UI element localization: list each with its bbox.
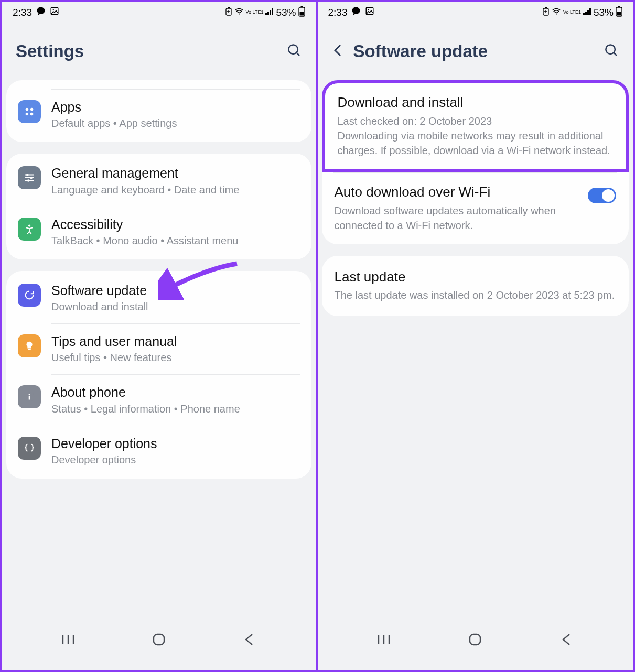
svg-point-19	[30, 177, 33, 179]
signal-icon	[265, 8, 274, 17]
row-sub: Download and install	[51, 300, 300, 314]
battery-saver-icon	[225, 7, 232, 17]
battery-saver-icon	[542, 7, 550, 17]
phone-left-settings: 2:33 Vo LTE1 53% Setting	[0, 0, 318, 672]
home-button[interactable]	[466, 630, 485, 649]
image-icon	[365, 6, 374, 18]
row-download-install[interactable]: Download and install Last checked on: 2 …	[322, 80, 629, 172]
card-general-accessibility: General management Language and keyboard…	[6, 154, 311, 259]
svg-point-14	[26, 108, 29, 111]
svg-rect-22	[28, 349, 31, 350]
row-sub: Language and keyboard • Date and time	[51, 183, 300, 197]
svg-point-12	[288, 45, 298, 54]
update-icon	[18, 284, 41, 307]
image-icon	[50, 6, 59, 18]
row-software-update[interactable]: Software update Download and install	[6, 273, 311, 323]
svg-point-15	[30, 108, 34, 111]
svg-point-16	[26, 113, 29, 116]
info-icon	[18, 385, 41, 408]
svg-point-20	[27, 179, 30, 182]
battery-icon	[616, 6, 622, 18]
status-time: 2:33	[328, 7, 348, 18]
item-sub: Download software updates automatically …	[335, 203, 579, 233]
row-tips[interactable]: Tips and user manual Useful tips • New f…	[6, 324, 311, 374]
back-button[interactable]	[557, 630, 576, 649]
row-sub: Default apps • App settings	[51, 116, 300, 131]
svg-point-21	[28, 224, 30, 226]
row-sub: TalkBack • Mono audio • Assistant menu	[51, 234, 300, 248]
svg-point-24	[29, 394, 30, 396]
row-title: About phone	[51, 384, 300, 400]
item-sub: Last checked on: 2 October 2023 Download…	[338, 114, 614, 158]
row-title: Developer options	[51, 436, 300, 452]
svg-rect-25	[29, 396, 30, 399]
card-download-auto: Download and install Last checked on: 2 …	[322, 80, 629, 244]
row-apps[interactable]: Apps Default apps • App settings	[6, 90, 311, 140]
android-navbar	[2, 619, 316, 670]
svg-point-18	[26, 174, 29, 176]
card-software-etc: Software update Download and install Tip…	[6, 271, 311, 479]
svg-rect-36	[585, 12, 587, 15]
software-update-header: Software update	[318, 20, 633, 80]
phone-right-software-update: 2:33 Vo LTE1 53%	[318, 0, 636, 672]
row-title: Tips and user manual	[51, 333, 300, 350]
svg-point-1	[53, 9, 54, 10]
row-title: Accessibility	[51, 216, 300, 233]
card-last-update: Last update The last update was installe…	[322, 256, 629, 317]
braces-icon	[18, 437, 41, 460]
bulb-icon	[18, 334, 41, 357]
row-title: Software update	[51, 283, 300, 299]
status-bar: 2:33 Vo LTE1 53%	[2, 2, 316, 20]
svg-rect-47	[470, 634, 480, 645]
svg-rect-38	[589, 8, 591, 15]
svg-point-34	[556, 13, 557, 14]
card-apps: Apps Default apps • App settings	[6, 80, 311, 142]
battery-percent: 53%	[594, 7, 614, 18]
item-title: Download and install	[338, 94, 614, 112]
svg-rect-8	[272, 8, 273, 15]
item-title: Last update	[335, 268, 617, 286]
status-bar: 2:33 Vo LTE1 53%	[318, 2, 633, 20]
recents-button[interactable]	[374, 630, 393, 649]
settings-header: Settings	[2, 20, 316, 80]
page-title: Settings	[16, 41, 286, 61]
svg-rect-41	[617, 12, 621, 16]
svg-point-42	[606, 45, 615, 54]
chat-bubble-icon	[351, 6, 361, 18]
apps-icon	[18, 100, 41, 123]
search-button[interactable]	[604, 42, 619, 60]
volte-label: Vo LTE1	[563, 10, 581, 15]
row-auto-download[interactable]: Auto download over Wi-Fi Download softwa…	[322, 173, 629, 244]
row-title: Apps	[51, 99, 300, 115]
svg-point-31	[368, 9, 369, 10]
home-button[interactable]	[149, 630, 168, 649]
item-title: Auto download over Wi-Fi	[335, 183, 579, 201]
chat-bubble-icon	[36, 6, 46, 18]
recents-button[interactable]	[59, 630, 78, 649]
search-button[interactable]	[286, 42, 302, 60]
svg-rect-5	[265, 13, 267, 15]
battery-icon	[298, 6, 305, 18]
row-developer-options[interactable]: Developer options Developer options	[6, 426, 311, 476]
auto-download-toggle[interactable]	[588, 188, 616, 203]
battery-percent: 53%	[276, 7, 296, 18]
svg-rect-10	[300, 6, 303, 7]
svg-point-17	[30, 113, 34, 116]
status-time: 2:33	[13, 7, 32, 18]
header-back-button[interactable]	[331, 43, 344, 60]
back-button[interactable]	[240, 630, 259, 649]
row-accessibility[interactable]: Accessibility TalkBack • Mono audio • As…	[6, 207, 311, 257]
svg-rect-6	[267, 12, 269, 15]
row-sub: Status • Legal information • Phone name	[51, 402, 300, 416]
android-navbar	[318, 619, 633, 670]
svg-rect-40	[618, 6, 620, 7]
svg-rect-3	[228, 7, 230, 8]
row-last-update[interactable]: Last update The last update was installe…	[322, 258, 629, 315]
row-about-phone[interactable]: About phone Status • Legal information •…	[6, 375, 311, 425]
svg-rect-33	[545, 7, 547, 8]
svg-rect-35	[583, 13, 585, 15]
row-general-management[interactable]: General management Language and keyboard…	[6, 156, 311, 206]
wifi-icon	[234, 8, 244, 17]
settings-content: Apps Default apps • App settings General…	[2, 80, 316, 619]
svg-line-43	[614, 52, 617, 56]
